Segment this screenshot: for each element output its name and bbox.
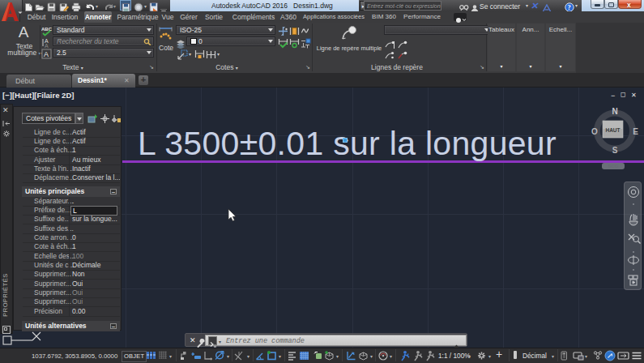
- svg-text:HAUT: HAUT: [605, 127, 620, 133]
- svg-text:O: O: [591, 127, 598, 136]
- svg-text:N: N: [612, 107, 617, 116]
- svg-text:?: ?: [567, 3, 570, 11]
- svg-text:A: A: [44, 50, 49, 58]
- svg-text:E: E: [633, 127, 638, 136]
- svg-text:S: S: [612, 146, 618, 155]
